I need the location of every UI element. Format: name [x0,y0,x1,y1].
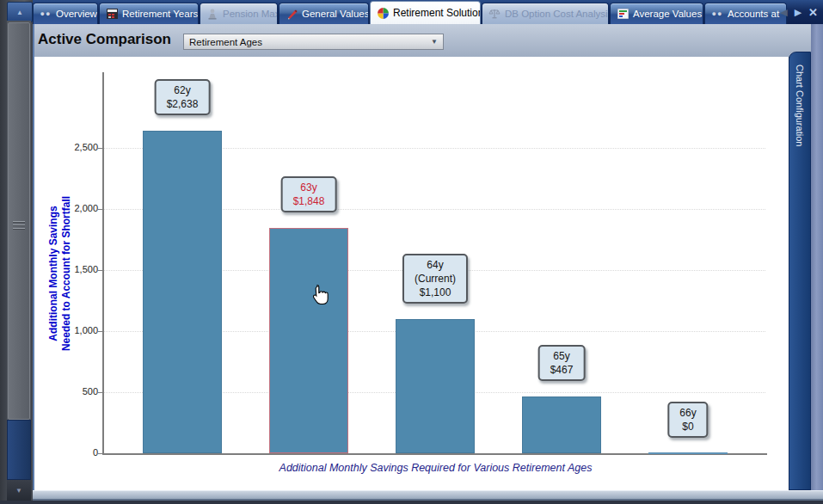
data-label-line: $0 [679,420,696,433]
tab-bar: ●●OverviewRetirement YearsPension MaxGen… [33,0,823,24]
tab-retirement-solutions[interactable]: Retirement Solutions [370,1,481,24]
binoculars-icon: ●● [40,9,52,20]
data-label-line: 66y [679,406,696,420]
bar-65y[interactable] [522,396,601,453]
data-label-line: 63y [293,181,325,194]
tab-label: DB Option Cost Analysis [505,9,609,19]
chevron-down-icon: ▼ [431,38,443,46]
bottom-bar [33,490,823,501]
y-axis-title-line: Needed to Account for Shortfall [60,196,73,351]
data-label-63y: 63y$1,848 [281,176,337,212]
tab-overview[interactable]: ●●Overview [33,3,98,24]
tab-scroll-right-icon[interactable]: ▶ [795,7,802,18]
tab-label: Pension Max [223,9,278,19]
tab-db-option-cost-analysis[interactable]: DB Option Cost Analysis [482,3,609,24]
chart-configuration-label: Chart Configuration [789,52,805,146]
binoculars-icon: ●● [711,9,723,20]
comparison-dropdown-value: Retirement Ages [189,37,262,47]
y-tick-label: 500 [50,386,98,396]
chart-panel: 05001,0001,5002,0002,50062y$2,63863y$1,8… [34,57,789,490]
scrollbar-thumb[interactable] [8,22,30,420]
tab-navigation: ◀ ▶ ✕ [780,0,821,24]
pension-icon [206,9,218,20]
tab-label: Retirement Solutions [393,7,481,19]
tab-label: Retirement Years [122,9,198,19]
y-axis-title: Additional Monthly SavingsNeeded to Acco… [47,196,73,351]
scroll-down-button[interactable]: ▼ [7,480,31,501]
right-edge-strip [811,24,823,501]
bar-64y-current-[interactable] [396,319,475,453]
data-label-line: 64y [415,258,456,272]
data-label-65y: 65y$467 [538,345,586,381]
comparison-dropdown[interactable]: Retirement Ages ▼ [183,34,444,50]
tab-label: Overview [56,9,97,19]
data-label-line: $1,100 [415,286,456,299]
tab-scroll-left-icon[interactable]: ◀ [780,7,787,18]
y-axis-line [102,72,104,455]
tab-pension-max[interactable]: Pension Max [200,3,278,24]
chart-configuration-tab[interactable]: Chart Configuration [789,52,811,490]
data-label-line: 65y [550,349,574,363]
pen-icon [286,9,298,20]
tab-accounts-at[interactable]: ●●Accounts at [704,3,787,24]
tab-label: Accounts at [728,9,779,19]
data-label-line: (Current) [415,272,456,286]
bar-66y-zero[interactable] [648,452,728,454]
left-scrollbar-rail: ▲ ▼ [0,0,33,504]
scales-icon [488,9,501,20]
chart-title: Additional Monthly Savings Required for … [104,462,767,474]
tab-general-values[interactable]: General Values [279,3,369,24]
data-label-62y: 62y$2,638 [155,79,211,115]
data-label-line: $2,638 [167,97,199,111]
data-label-64y-current-: 64y(Current)$1,100 [402,254,468,304]
data-label-line: 62y [167,83,199,97]
chart-grid-icon [106,9,118,20]
data-label-66y: 66y$0 [667,402,708,438]
header-strip: Active Comparison Retirement Ages ▼ [34,24,823,57]
tab-label: General Values [302,9,369,19]
y-tick-label: 0 [50,447,98,458]
bar-chart-icon [617,9,629,20]
close-icon[interactable]: ✕ [808,6,818,19]
scroll-up-button[interactable]: ▲ [7,2,33,22]
page-title: Active Comparison [38,31,171,48]
bar-chart: 05001,0001,5002,0002,50062y$2,63863y$1,8… [34,57,789,490]
data-label-line: $467 [550,363,574,377]
data-label-line: $1,848 [293,194,325,208]
pie-chart-icon [377,8,389,19]
tab-label: Average Values [633,9,702,19]
window-bottom-edge [0,501,823,504]
tab-retirement-years[interactable]: Retirement Years [99,3,199,24]
y-axis-title-line: Additional Monthly Savings [47,196,60,351]
bar-62y[interactable] [143,131,222,453]
bar-63y[interactable] [269,228,348,453]
y-tick-label: 2,500 [50,142,98,152]
tab-average-values[interactable]: Average Values [610,3,703,24]
scrollbar-grip [13,219,25,231]
scrollbar-lower-block [7,420,31,480]
